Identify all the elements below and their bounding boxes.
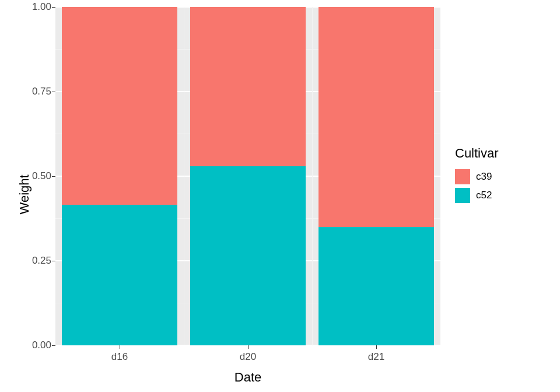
bar-segment-c52 xyxy=(318,227,434,345)
x-tick-mark xyxy=(120,345,120,349)
x-tick-label: d16 xyxy=(111,351,128,363)
legend-swatch xyxy=(455,188,470,203)
chart-container: Weight Date 0.000.250.500.751.00 d16d20d… xyxy=(0,0,560,392)
bar-segment-c52 xyxy=(190,166,306,345)
bar-d16 xyxy=(62,7,177,345)
bar-segment-c39 xyxy=(318,7,434,227)
x-axis-title: Date xyxy=(235,370,261,385)
legend-item-c52: c52 xyxy=(455,188,499,203)
bar-segment-c52 xyxy=(62,205,177,345)
x-tick-label: d20 xyxy=(240,351,256,363)
gridline-minor-v xyxy=(184,7,184,345)
legend-label: c39 xyxy=(476,171,492,183)
legend-label: c52 xyxy=(476,190,492,201)
y-tick-mark xyxy=(52,176,55,177)
y-tick-label: 0.00 xyxy=(22,340,51,351)
gridline-minor-v xyxy=(312,7,313,345)
x-tick-mark xyxy=(248,345,249,349)
x-tick-label: d21 xyxy=(368,351,384,363)
legend: Cultivar c39c52 xyxy=(455,146,499,206)
plot-panel xyxy=(55,7,440,345)
y-tick-mark xyxy=(52,7,55,8)
legend-swatch xyxy=(455,169,470,184)
y-tick-label: 0.50 xyxy=(22,170,51,182)
bar-d21 xyxy=(318,7,434,345)
x-tick-mark xyxy=(376,345,377,349)
y-tick-label: 0.75 xyxy=(22,86,51,97)
y-tick-label: 1.00 xyxy=(22,1,51,13)
bar-segment-c39 xyxy=(62,7,177,205)
bar-d20 xyxy=(190,7,306,345)
bar-segment-c39 xyxy=(190,7,306,166)
y-tick-mark xyxy=(52,261,55,261)
y-tick-mark xyxy=(52,92,55,92)
legend-title: Cultivar xyxy=(455,146,499,161)
legend-item-c39: c39 xyxy=(455,169,499,184)
y-tick-label: 0.25 xyxy=(22,255,51,267)
y-tick-mark xyxy=(52,345,55,346)
